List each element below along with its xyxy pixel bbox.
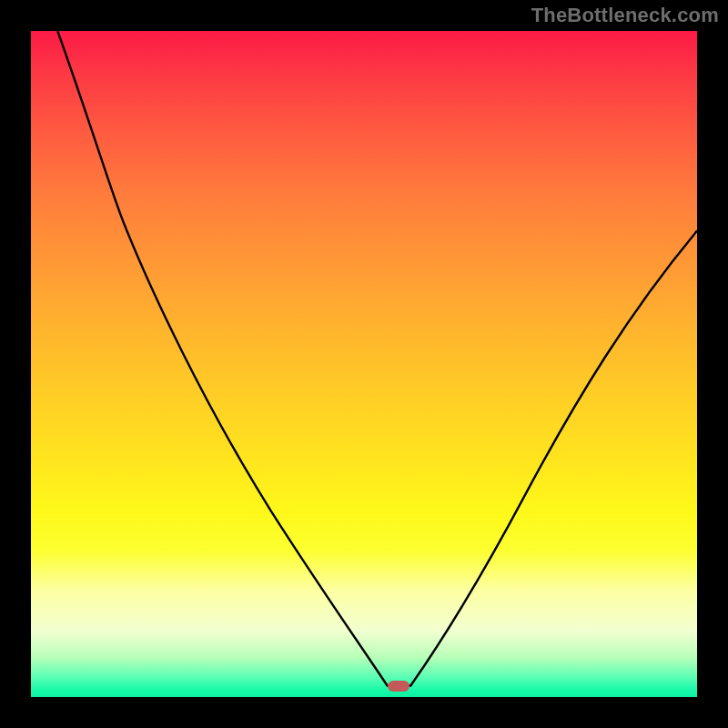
plot-area xyxy=(31,31,697,697)
curve-path xyxy=(57,31,697,686)
chart-stage: TheBottleneck.com xyxy=(0,0,728,728)
bottleneck-curve xyxy=(31,31,697,697)
minimum-marker xyxy=(388,681,410,692)
attribution-text: TheBottleneck.com xyxy=(531,4,719,27)
